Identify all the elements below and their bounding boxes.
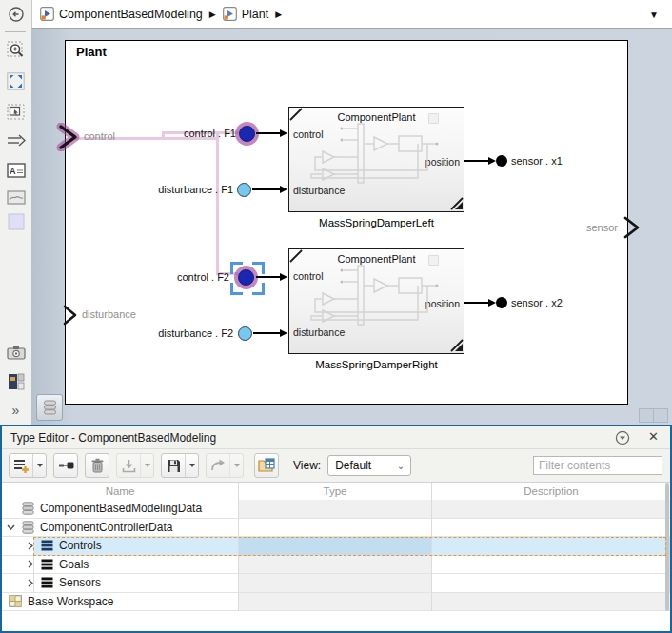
add-entry-icon: [10, 458, 32, 474]
dropdown-caret-icon: [140, 454, 153, 477]
output-port-label: sensor: [564, 222, 618, 233]
collapse-panel-icon[interactable]: [615, 430, 630, 449]
breadcrumb-dropdown-caret-icon[interactable]: ▼: [649, 10, 659, 20]
back-circle-icon: [8, 6, 25, 23]
table-scrollbar[interactable]: [665, 483, 669, 611]
screenshot-icon[interactable]: [4, 341, 28, 365]
type-editor-title: Type Editor - ComponentBasedModeling: [10, 431, 216, 445]
signal-marker-sensor-x2[interactable]: [496, 297, 507, 308]
table-row-selected[interactable]: Controls: [2, 537, 670, 556]
column-header-description[interactable]: Description: [432, 483, 670, 501]
description-cell[interactable]: [432, 519, 670, 538]
close-icon[interactable]: ✕: [648, 429, 659, 444]
type-cell[interactable]: [239, 537, 432, 556]
input-port-label: disturbance: [82, 308, 136, 320]
bus-icon: [41, 540, 53, 551]
breadcrumb: ComponentBasedModeling ▶ Plant ▶ ▼: [31, 0, 672, 29]
signal-marker-disturbance-f2[interactable]: [238, 326, 252, 341]
block-mass-spring-damper-right[interactable]: ComponentPlant control disturbance posit…: [288, 248, 464, 354]
wire[interactable]: [464, 160, 489, 162]
expander-collapsed-icon[interactable]: [25, 542, 35, 550]
table-row[interactable]: Base Workspace: [2, 593, 670, 612]
input-port-control-icon[interactable]: [55, 123, 82, 151]
selection-bracket: [252, 262, 265, 274]
model-canvas[interactable]: Plant control disturbance sensor control…: [31, 29, 672, 425]
arrowhead-icon: [488, 299, 496, 307]
wire[interactable]: [252, 188, 281, 190]
signal-label: control . F2: [153, 271, 229, 283]
hide-browser-button[interactable]: [0, 0, 31, 29]
add-element-button[interactable]: [53, 453, 78, 478]
output-port-sensor-icon[interactable]: [622, 215, 641, 240]
filter-contents-input[interactable]: [533, 456, 662, 475]
table-row[interactable]: Goals: [2, 556, 670, 575]
wire[interactable]: [253, 332, 281, 334]
column-header-name[interactable]: Name: [2, 483, 239, 501]
add-entry-button[interactable]: [9, 453, 47, 478]
forward-button[interactable]: [206, 453, 244, 478]
image-icon[interactable]: [4, 186, 28, 209]
type-cell: [239, 500, 432, 519]
simulink-window: ComponentBasedModeling ▶ Plant ▶ ▼: [0, 0, 672, 633]
annotation-icon[interactable]: A: [4, 158, 28, 182]
dropdown-caret-icon[interactable]: [185, 454, 198, 477]
column-header-type[interactable]: Type: [239, 483, 432, 501]
row-name: ComponentControllerData: [40, 521, 172, 534]
input-port-label: control: [84, 130, 115, 142]
wire[interactable]: [256, 132, 281, 134]
palette-divider: [5, 31, 26, 32]
breadcrumb-item-model[interactable]: ComponentBasedModeling: [40, 7, 203, 21]
table-row[interactable]: ComponentBasedModelingData: [2, 500, 670, 519]
row-name: Goals: [59, 558, 89, 571]
view-dropdown[interactable]: Default ⌄: [327, 455, 411, 476]
workspace-icon: [9, 595, 22, 607]
input-port-disturbance-icon[interactable]: [61, 305, 78, 326]
signal-marker-disturbance-f1[interactable]: [237, 183, 251, 197]
model-badge-icon: [40, 7, 54, 21]
wire[interactable]: [256, 276, 281, 278]
open-table-button[interactable]: [254, 453, 279, 478]
bus-icon: [41, 577, 53, 588]
wire[interactable]: [464, 302, 489, 304]
data-dictionary-badge[interactable]: [36, 394, 63, 421]
add-element-icon: [54, 459, 77, 472]
import-button[interactable]: [116, 453, 154, 478]
signal-marker-sensor-x1[interactable]: [496, 155, 507, 167]
block-mass-spring-damper-left[interactable]: ComponentPlant control disturbance posit…: [288, 107, 464, 212]
arrowhead-icon: [280, 129, 287, 137]
description-cell[interactable]: [432, 574, 670, 593]
type-cell[interactable]: [239, 519, 432, 538]
editor-palette: A: [0, 29, 32, 425]
expand-toolbar-icon[interactable]: »: [4, 398, 28, 422]
scrollbar-corner[interactable]: [653, 408, 668, 423]
arrowhead-icon: [280, 186, 287, 193]
signal-label: disturbance . F1: [136, 184, 233, 195]
zoom-region-icon[interactable]: [4, 38, 28, 62]
table-row[interactable]: Sensors: [2, 574, 670, 593]
forward-arrow-icon: [207, 459, 229, 472]
highlighted-wire[interactable]: [216, 131, 219, 275]
description-cell[interactable]: [432, 556, 670, 575]
selection-bracket: [252, 283, 265, 295]
selection-bracket: [230, 262, 243, 274]
dropdown-caret-icon[interactable]: [32, 454, 46, 477]
save-button[interactable]: [161, 453, 199, 478]
breadcrumb-label: Plant: [242, 8, 269, 21]
block-palette-icon[interactable]: [4, 369, 28, 393]
signal-marker-control-f1[interactable]: [239, 126, 255, 142]
breadcrumb-item-plant[interactable]: Plant: [223, 7, 269, 21]
view-dropdown-value: Default: [335, 459, 371, 472]
expander-expanded-icon[interactable]: [6, 524, 16, 530]
viewer-area-icon[interactable]: [4, 209, 28, 233]
block-caption: MassSpringDamperLeft: [288, 217, 464, 228]
select-region-icon[interactable]: [4, 100, 28, 124]
bus-icon: [41, 559, 53, 570]
auto-route-icon[interactable]: [4, 129, 28, 152]
description-cell[interactable]: [432, 537, 670, 556]
delete-button[interactable]: [85, 453, 109, 478]
table-row[interactable]: ComponentControllerData: [2, 519, 670, 538]
breadcrumb-separator-icon: ▶: [275, 10, 282, 19]
import-icon: [117, 459, 140, 473]
fit-to-view-icon[interactable]: [4, 69, 28, 93]
canvas-title: Plant: [76, 45, 107, 59]
